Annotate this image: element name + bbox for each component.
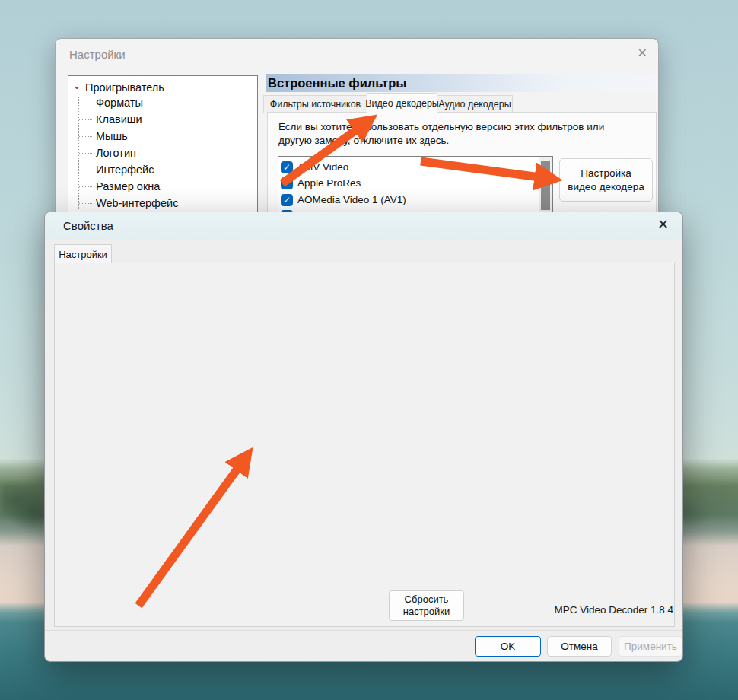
configure-button-line2: видео декодера [568, 180, 644, 194]
configure-video-decoder-button[interactable]: Настройка видео декодера [559, 158, 653, 202]
filter-label: AMV Video [297, 161, 348, 173]
tree-item-label: Проигрыватель [85, 81, 164, 94]
builtin-filters-header-label: Встроенные фильтры [266, 76, 406, 91]
properties-window-title: Свойства [63, 219, 113, 232]
tree-collapse-icon[interactable]: ⌄ [73, 81, 81, 91]
builtin-filters-header: Встроенные фильтры [266, 74, 657, 92]
tab-label: Аудио декодеры [438, 99, 511, 110]
tree-item-player[interactable]: ⌄ Проигрыватель [73, 79, 164, 96]
filter-list-item[interactable]: Apple ProRes [281, 175, 361, 191]
reset-settings-button[interactable]: Сбросить настройки [389, 590, 464, 621]
tree-item-label: Интерфейс [96, 164, 154, 176]
cancel-button[interactable]: Отмена [547, 636, 612, 657]
tab-video-decoders[interactable]: Видео декодеры [367, 93, 437, 113]
reset-button-line2: настройки [403, 606, 450, 618]
tree-item-label: Логотип [96, 147, 136, 159]
tree-item-label: Мышь [96, 130, 128, 142]
wallpaper-trees-right [677, 468, 738, 540]
configure-button-line1: Настройка [581, 167, 631, 180]
footer-divider [45, 630, 682, 631]
filter-list-item[interactable]: AMV Video [281, 159, 348, 175]
tab-label: Настройки [59, 249, 107, 260]
tree-item-interface[interactable]: Интерфейс [68, 161, 251, 178]
scrollbar-thumb[interactable] [541, 161, 550, 210]
tree-item-window-size[interactable]: Размер окна [68, 178, 251, 195]
tree-item-logo[interactable]: Логотип [68, 145, 251, 161]
filter-list-scrollbar[interactable] [539, 158, 552, 212]
button-label: Применить [624, 641, 677, 652]
checkbox[interactable] [281, 177, 293, 189]
filter-label: Apple ProRes [297, 177, 361, 189]
tab-source-filters[interactable]: Фильтры источников [263, 95, 367, 113]
tab-properties-settings[interactable]: Настройки [54, 244, 112, 263]
properties-tab-panel [54, 262, 675, 627]
checkbox[interactable] [281, 194, 293, 206]
tree-item-web-interface[interactable]: Web-интерфейс [68, 195, 251, 212]
tab-audio-decoders[interactable]: Аудио декодеры [437, 95, 513, 113]
tree-item-formats[interactable]: Форматы [68, 94, 251, 111]
reset-button-line1: Сбросить [405, 593, 449, 606]
filter-list-item[interactable]: AOMedia Video 1 (AV1) [281, 192, 406, 208]
tree-item-label: Клавиши [96, 113, 142, 126]
properties-titlebar: Свойства ✕ [45, 212, 682, 240]
properties-window: Свойства ✕ Настройки Настройки видео Чис… [44, 212, 683, 662]
ok-button[interactable]: OK [475, 636, 541, 657]
properties-close-icon[interactable]: ✕ [657, 218, 669, 231]
filter-label: AOMedia Video 1 (AV1) [297, 194, 406, 205]
apply-button: Применить [619, 636, 682, 657]
tree-item-label: Размер окна [96, 180, 160, 192]
tab-label: Видео декодеры [365, 98, 439, 109]
settings-window-title: Настройки [69, 48, 126, 61]
desktop: Настройки ✕ ⌄ Проигрыватель Форматы Клав… [0, 0, 738, 700]
filters-description: Если вы хотите использовать отдельную ве… [278, 120, 625, 148]
checkbox[interactable] [281, 161, 293, 173]
tree-item-label: Форматы [96, 97, 143, 109]
button-label: OK [501, 641, 516, 652]
tree-item-label: Web-интерфейс [96, 197, 178, 209]
tree-item-mouse[interactable]: Мышь [68, 128, 251, 145]
tree-item-keys[interactable]: Клавиши [68, 111, 251, 128]
decoder-version-label: MPC Video Decoder 1.8.4 [554, 604, 673, 616]
settings-close-icon[interactable]: ✕ [638, 47, 647, 59]
tab-label: Фильтры источников [270, 99, 361, 110]
button-label: Отмена [561, 641, 597, 652]
